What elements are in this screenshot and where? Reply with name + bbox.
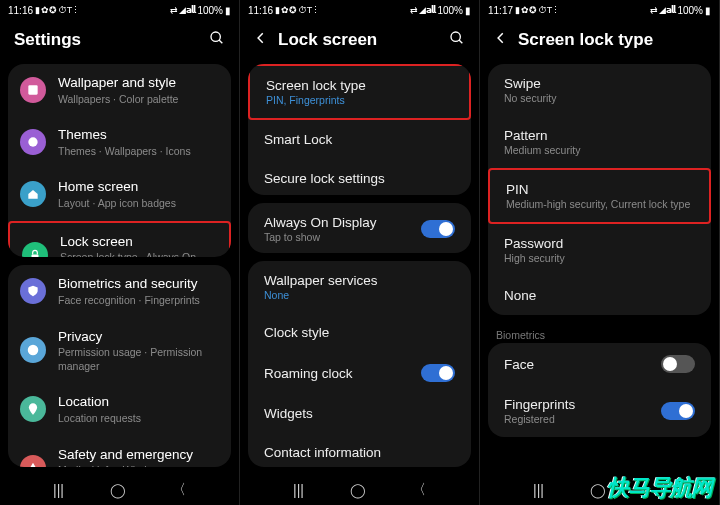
svg-point-3 xyxy=(30,87,32,89)
back-icon[interactable] xyxy=(494,31,508,49)
svg-point-13 xyxy=(451,32,460,41)
biometrics-section-label: Biometrics xyxy=(480,323,719,343)
status-signal-icons: ⇄ ◢ 𝗮𝗹𝗹 xyxy=(650,5,675,15)
lockscreen-row[interactable]: Roaming clock xyxy=(248,352,471,394)
lockscreen-row[interactable]: Wallpaper servicesNone xyxy=(248,261,471,313)
row-sub: Medium security xyxy=(504,144,695,156)
row-label: PIN xyxy=(506,182,693,197)
toggle-switch[interactable] xyxy=(661,402,695,420)
row-label: Widgets xyxy=(264,406,455,421)
row-sub: Themes · Wallpapers · Icons xyxy=(58,145,219,159)
shield-icon xyxy=(20,278,46,304)
battery-icon: ▮ xyxy=(225,5,231,16)
nav-home[interactable]: ◯ xyxy=(350,482,366,498)
page-title: Settings xyxy=(14,30,199,50)
row-label: Screen lock type xyxy=(266,78,453,93)
row-label: Password xyxy=(504,236,695,251)
row-label: Contact information xyxy=(264,445,455,460)
status-signal-icons: ⇄ ◢ 𝗮𝗹𝗹 xyxy=(170,5,195,15)
settings-row-emergency[interactable]: Safety and emergency Medical info · Wire… xyxy=(8,436,231,467)
settings-row-wallpaper[interactable]: Wallpaper and style Wallpapers · Color p… xyxy=(8,64,231,116)
status-time: 11:16 xyxy=(248,5,273,16)
lockscreen-row[interactable]: Always On DisplayTap to show xyxy=(248,203,471,254)
nav-recents[interactable]: ||| xyxy=(293,482,304,498)
locktype-row[interactable]: None xyxy=(488,276,711,315)
biometrics-row[interactable]: Face xyxy=(488,343,711,385)
svg-point-6 xyxy=(34,140,36,142)
page-title: Screen lock type xyxy=(518,30,705,50)
nav-home[interactable]: ◯ xyxy=(590,482,606,498)
settings-list: Wallpaper and style Wallpapers · Color p… xyxy=(0,64,239,475)
settings-row-themes[interactable]: Themes Themes · Wallpapers · Icons xyxy=(8,116,231,168)
row-sub: High security xyxy=(504,252,695,264)
nav-recents[interactable]: ||| xyxy=(53,482,64,498)
lockscreen-row[interactable]: Clock style xyxy=(248,313,471,352)
locktype-row[interactable]: PINMedium-high security, Current lock ty… xyxy=(488,168,711,224)
toggle-switch[interactable] xyxy=(421,364,455,382)
lockscreen-row[interactable]: Screen lock typePIN, Fingerprints xyxy=(248,64,471,120)
locktype-row[interactable]: SwipeNo security xyxy=(488,64,711,116)
header: Screen lock type xyxy=(480,20,719,64)
svg-point-5 xyxy=(30,140,32,142)
biometrics-row[interactable]: FingerprintsRegistered xyxy=(488,385,711,437)
row-sub: Layout · App icon badges xyxy=(58,197,219,211)
row-label: Roaming clock xyxy=(264,366,421,381)
status-bar: 11:16 ▮ ✿ ✪ ⏱ T⋮ ⇄ ◢ 𝗮𝗹𝗹 100% ▮ xyxy=(0,0,239,20)
location-icon xyxy=(20,396,46,422)
search-icon[interactable] xyxy=(449,30,465,50)
page-title: Lock screen xyxy=(278,30,439,50)
row-sub: Permission usage · Permission manager xyxy=(58,346,219,373)
row-label: Lock screen xyxy=(60,233,217,251)
locktype-row[interactable]: PasswordHigh security xyxy=(488,224,711,276)
lockscreen-row[interactable]: Smart Lock xyxy=(248,120,471,159)
row-sub: Location requests xyxy=(58,412,219,426)
nav-home[interactable]: ◯ xyxy=(110,482,126,498)
row-sub: PIN, Fingerprints xyxy=(266,94,453,106)
settings-row-privacy[interactable]: Privacy Permission usage · Permission ma… xyxy=(8,318,231,384)
settings-row-home[interactable]: Home screen Layout · App icon badges xyxy=(8,168,231,220)
svg-line-1 xyxy=(219,40,222,43)
status-battery: 100% xyxy=(197,5,223,16)
lock-icon xyxy=(22,242,48,257)
settings-row-location[interactable]: Location Location requests xyxy=(8,383,231,435)
row-label: Home screen xyxy=(58,178,219,196)
wallpaper-icon xyxy=(20,77,46,103)
locktype-row[interactable]: PatternMedium security xyxy=(488,116,711,168)
settings-row-shield[interactable]: Biometrics and security Face recognition… xyxy=(8,265,231,317)
svg-point-0 xyxy=(211,32,220,41)
row-sub: Wallpapers · Color palette xyxy=(58,93,219,107)
phone-settings: 11:16 ▮ ✿ ✪ ⏱ T⋮ ⇄ ◢ 𝗮𝗹𝗹 100% ▮ Settings… xyxy=(0,0,240,505)
header: Lock screen xyxy=(240,20,479,64)
search-icon[interactable] xyxy=(209,30,225,50)
toggle-switch[interactable] xyxy=(421,220,455,238)
back-icon[interactable] xyxy=(254,31,268,49)
row-label: Secure lock settings xyxy=(264,171,455,186)
nav-bar: ||| ◯ 〈 xyxy=(240,475,479,505)
row-label: Always On Display xyxy=(264,215,421,230)
lockscreen-row[interactable]: Contact information xyxy=(248,433,471,467)
status-notif-icons: ▮ ✿ ✪ ⏱ T⋮ xyxy=(275,5,319,15)
row-label: Fingerprints xyxy=(504,397,661,412)
row-label: None xyxy=(504,288,695,303)
nav-back[interactable]: 〈 xyxy=(412,481,426,499)
nav-back[interactable]: 〈 xyxy=(172,481,186,499)
row-label: Privacy xyxy=(58,328,219,346)
row-sub: Medium-high security, Current lock type xyxy=(506,198,693,210)
svg-line-14 xyxy=(459,40,462,43)
toggle-switch[interactable] xyxy=(661,355,695,373)
nav-recents[interactable]: ||| xyxy=(533,482,544,498)
row-sub: Screen lock type · Always On Display xyxy=(60,251,217,257)
row-sub: Registered xyxy=(504,413,661,425)
svg-point-9 xyxy=(31,349,35,353)
row-label: Clock style xyxy=(264,325,455,340)
lockscreen-row[interactable]: Widgets xyxy=(248,394,471,433)
svg-rect-7 xyxy=(32,255,39,257)
lockscreen-row[interactable]: Secure lock settings xyxy=(248,159,471,195)
status-battery: 100% xyxy=(677,5,703,16)
privacy-icon xyxy=(20,337,46,363)
svg-point-4 xyxy=(28,138,37,147)
settings-row-lock[interactable]: Lock screen Screen lock type · Always On… xyxy=(8,221,231,258)
watermark: 快马导航网 xyxy=(607,473,712,503)
lockscreen-list: Screen lock typePIN, FingerprintsSmart L… xyxy=(240,64,479,475)
row-sub: No security xyxy=(504,92,695,104)
